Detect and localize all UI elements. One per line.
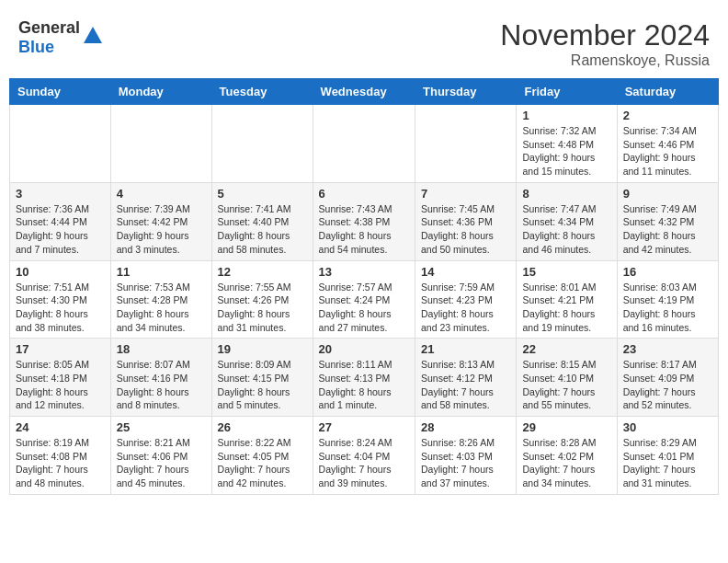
day-number: 7 [421,187,510,201]
header-monday: Monday [110,79,211,105]
day-info: Sunrise: 8:07 AM Sunset: 4:16 PM Dayligh… [117,358,206,412]
calendar-cell: 20Sunrise: 8:11 AM Sunset: 4:13 PM Dayli… [313,339,415,417]
logo-general: General [18,18,80,37]
day-number: 4 [117,187,206,201]
day-number: 27 [319,420,409,434]
day-info: Sunrise: 7:36 AM Sunset: 4:44 PM Dayligh… [16,202,105,257]
day-number: 5 [218,187,307,201]
calendar-cell: 7Sunrise: 7:45 AM Sunset: 4:36 PM Daylig… [415,182,517,260]
calendar-cell: 11Sunrise: 7:53 AM Sunset: 4:28 PM Dayli… [110,260,211,339]
day-number: 18 [117,342,206,356]
day-info: Sunrise: 7:45 AM Sunset: 4:36 PM Dayligh… [421,202,510,257]
day-info: Sunrise: 8:29 AM Sunset: 4:01 PM Dayligh… [623,436,712,490]
calendar-cell [110,105,211,183]
calendar-cell: 9Sunrise: 7:49 AM Sunset: 4:32 PM Daylig… [617,182,718,260]
day-number: 12 [218,265,307,279]
calendar-cell: 22Sunrise: 8:15 AM Sunset: 4:10 PM Dayli… [517,339,617,417]
header-tuesday: Tuesday [211,79,313,105]
day-number: 29 [522,420,610,434]
calendar-week-0: 1Sunrise: 7:32 AM Sunset: 4:48 PM Daylig… [10,105,719,183]
logo: General Blue [18,18,104,57]
day-info: Sunrise: 7:51 AM Sunset: 4:30 PM Dayligh… [16,281,105,335]
logo-text: General Blue [18,18,80,57]
day-info: Sunrise: 7:43 AM Sunset: 4:38 PM Dayligh… [319,202,409,257]
header-thursday: Thursday [415,79,517,105]
calendar-cell: 18Sunrise: 8:07 AM Sunset: 4:16 PM Dayli… [110,339,211,417]
calendar-cell: 21Sunrise: 8:13 AM Sunset: 4:12 PM Dayli… [415,339,517,417]
day-number: 3 [16,187,105,201]
day-info: Sunrise: 8:15 AM Sunset: 4:10 PM Dayligh… [522,358,610,412]
day-info: Sunrise: 7:47 AM Sunset: 4:34 PM Dayligh… [522,202,610,257]
calendar-cell: 15Sunrise: 8:01 AM Sunset: 4:21 PM Dayli… [517,260,617,339]
calendar-table: SundayMondayTuesdayWednesdayThursdayFrid… [9,78,719,495]
logo-icon [82,25,104,47]
calendar-week-2: 10Sunrise: 7:51 AM Sunset: 4:30 PM Dayli… [10,260,719,339]
calendar-cell: 14Sunrise: 7:59 AM Sunset: 4:23 PM Dayli… [415,260,517,339]
day-info: Sunrise: 7:57 AM Sunset: 4:24 PM Dayligh… [319,281,409,335]
calendar-cell: 29Sunrise: 8:28 AM Sunset: 4:02 PM Dayli… [517,417,617,495]
calendar-cell: 1Sunrise: 7:32 AM Sunset: 4:48 PM Daylig… [517,105,617,183]
day-info: Sunrise: 7:53 AM Sunset: 4:28 PM Dayligh… [117,281,206,335]
day-number: 20 [319,342,409,356]
day-info: Sunrise: 7:41 AM Sunset: 4:40 PM Dayligh… [218,202,307,257]
calendar-cell: 19Sunrise: 8:09 AM Sunset: 4:15 PM Dayli… [211,339,313,417]
day-number: 1 [522,109,610,122]
day-number: 10 [16,265,105,279]
calendar-cell [10,105,111,183]
calendar-cell: 3Sunrise: 7:36 AM Sunset: 4:44 PM Daylig… [10,182,111,260]
page-header: General Blue November 2024 Ramenskoye, R… [9,9,719,74]
header-saturday: Saturday [617,79,718,105]
header-sunday: Sunday [10,79,111,105]
calendar-cell: 16Sunrise: 8:03 AM Sunset: 4:19 PM Dayli… [617,260,718,339]
day-number: 22 [522,342,610,356]
day-number: 2 [623,109,712,122]
day-info: Sunrise: 8:28 AM Sunset: 4:02 PM Dayligh… [522,436,610,490]
day-number: 25 [117,420,206,434]
calendar-cell: 5Sunrise: 7:41 AM Sunset: 4:40 PM Daylig… [211,182,313,260]
location: Ramenskoye, Russia [500,52,710,69]
day-number: 30 [623,420,712,434]
month-title: November 2024 [500,18,710,52]
calendar-cell: 6Sunrise: 7:43 AM Sunset: 4:38 PM Daylig… [313,182,415,260]
calendar-cell [313,105,415,183]
day-number: 28 [421,420,510,434]
calendar-week-1: 3Sunrise: 7:36 AM Sunset: 4:44 PM Daylig… [10,182,719,260]
day-number: 6 [319,187,409,201]
day-info: Sunrise: 8:05 AM Sunset: 4:18 PM Dayligh… [16,358,105,412]
day-info: Sunrise: 7:55 AM Sunset: 4:26 PM Dayligh… [218,281,307,335]
svg-marker-0 [84,27,102,43]
day-number: 8 [522,187,610,201]
day-info: Sunrise: 8:01 AM Sunset: 4:21 PM Dayligh… [522,281,610,335]
calendar-header-row: SundayMondayTuesdayWednesdayThursdayFrid… [10,79,719,105]
day-info: Sunrise: 8:22 AM Sunset: 4:05 PM Dayligh… [218,436,307,490]
day-number: 13 [319,265,409,279]
day-number: 14 [421,265,510,279]
day-number: 9 [623,187,712,201]
calendar-cell: 26Sunrise: 8:22 AM Sunset: 4:05 PM Dayli… [211,417,313,495]
day-number: 21 [421,342,510,356]
calendar-week-4: 24Sunrise: 8:19 AM Sunset: 4:08 PM Dayli… [10,417,719,495]
day-info: Sunrise: 8:21 AM Sunset: 4:06 PM Dayligh… [117,436,206,490]
calendar-cell: 24Sunrise: 8:19 AM Sunset: 4:08 PM Dayli… [10,417,111,495]
header-friday: Friday [517,79,617,105]
calendar-cell: 12Sunrise: 7:55 AM Sunset: 4:26 PM Dayli… [211,260,313,339]
day-info: Sunrise: 8:17 AM Sunset: 4:09 PM Dayligh… [623,358,712,412]
day-info: Sunrise: 8:11 AM Sunset: 4:13 PM Dayligh… [319,358,409,412]
day-info: Sunrise: 8:09 AM Sunset: 4:15 PM Dayligh… [218,358,307,412]
day-info: Sunrise: 8:13 AM Sunset: 4:12 PM Dayligh… [421,358,510,412]
calendar-cell: 2Sunrise: 7:34 AM Sunset: 4:46 PM Daylig… [617,105,718,183]
calendar-cell: 27Sunrise: 8:24 AM Sunset: 4:04 PM Dayli… [313,417,415,495]
day-info: Sunrise: 7:32 AM Sunset: 4:48 PM Dayligh… [522,124,610,178]
day-info: Sunrise: 8:26 AM Sunset: 4:03 PM Dayligh… [421,436,510,490]
day-number: 11 [117,265,206,279]
calendar-cell: 23Sunrise: 8:17 AM Sunset: 4:09 PM Dayli… [617,339,718,417]
day-info: Sunrise: 7:39 AM Sunset: 4:42 PM Dayligh… [117,202,206,257]
day-number: 17 [16,342,105,356]
header-wednesday: Wednesday [313,79,415,105]
day-number: 16 [623,265,712,279]
calendar-cell: 4Sunrise: 7:39 AM Sunset: 4:42 PM Daylig… [110,182,211,260]
calendar-cell: 17Sunrise: 8:05 AM Sunset: 4:18 PM Dayli… [10,339,111,417]
day-info: Sunrise: 8:24 AM Sunset: 4:04 PM Dayligh… [319,436,409,490]
day-info: Sunrise: 7:49 AM Sunset: 4:32 PM Dayligh… [623,202,712,257]
day-number: 26 [218,420,307,434]
